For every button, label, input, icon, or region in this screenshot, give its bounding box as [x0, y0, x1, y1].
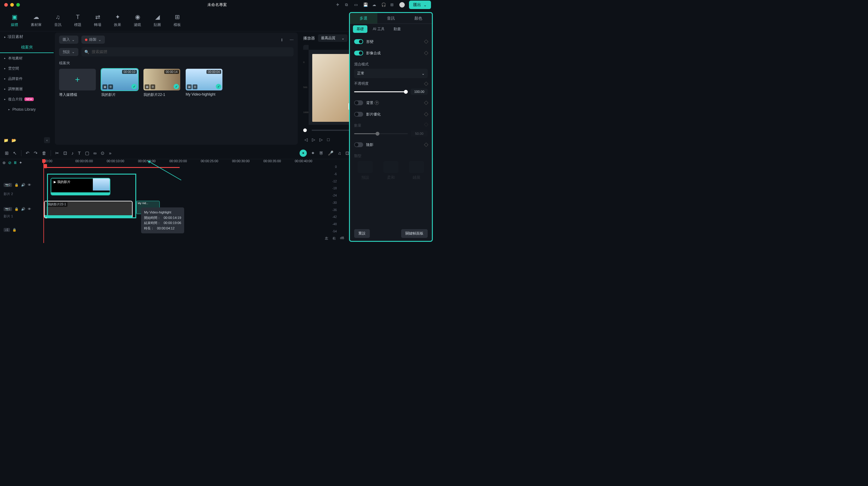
- nav-stock[interactable]: ☁素材庫: [31, 13, 41, 27]
- send-icon[interactable]: ✈: [336, 2, 341, 7]
- optimize-toggle[interactable]: [354, 112, 363, 117]
- keyframe-panel-button[interactable]: 關鍵幀面板: [401, 229, 428, 238]
- visibility-icon[interactable]: 👁: [28, 183, 31, 187]
- preset-dropdown[interactable]: 預設⌄: [59, 48, 79, 56]
- lock-icon[interactable]: 🔒: [12, 228, 17, 232]
- import-tile[interactable]: + 導入媒體檔: [59, 69, 96, 97]
- background-toggle[interactable]: [354, 100, 363, 105]
- sidebar-item-local[interactable]: 本地素材: [0, 53, 54, 63]
- keyframe-icon[interactable]: [424, 82, 428, 86]
- layers-icon[interactable]: ⧉: [345, 2, 350, 7]
- more-icon[interactable]: ⋯: [290, 37, 293, 42]
- redo-button[interactable]: ↷: [34, 150, 38, 156]
- lock-icon[interactable]: 🔒: [14, 207, 19, 211]
- prev-frame-button[interactable]: ◁: [304, 137, 308, 142]
- window-controls[interactable]: [0, 3, 20, 7]
- timeline-clip[interactable]: ▶我的影片: [51, 178, 110, 195]
- nav-templates[interactable]: ⊞模板: [174, 13, 181, 27]
- templates-icon[interactable]: ⊞: [5, 150, 9, 156]
- sidebar-item-photos[interactable]: Photos Library: [0, 104, 54, 115]
- nav-stickers[interactable]: ◢貼圖: [154, 13, 161, 27]
- shape-button[interactable]: ▢: [85, 150, 89, 156]
- music-add-icon[interactable]: ♫: [338, 150, 341, 156]
- monitor-icon[interactable]: ▭: [354, 2, 359, 7]
- undo-button[interactable]: ↶: [26, 150, 30, 156]
- seek-handle[interactable]: [303, 128, 307, 132]
- user-avatar[interactable]: [399, 2, 405, 7]
- quality-dropdown[interactable]: 最高品質⌄: [318, 34, 347, 42]
- tab-color[interactable]: 顏色: [404, 13, 432, 24]
- timeline-clip[interactable]: 我的影片22-1: [44, 201, 133, 218]
- keyframe-icon[interactable]: [424, 51, 428, 55]
- keyframe-icon[interactable]: [424, 101, 428, 105]
- nav-audio[interactable]: ♫音訊: [54, 13, 61, 27]
- playhead[interactable]: [43, 159, 44, 243]
- keyframe-icon[interactable]: [424, 112, 428, 116]
- save-icon[interactable]: 💾: [363, 2, 368, 7]
- nav-titles[interactable]: T標題: [74, 13, 82, 27]
- nav-filters[interactable]: ◉濾鏡: [134, 13, 141, 27]
- sidebar-item-cloud[interactable]: 雲空間: [0, 63, 54, 73]
- magnet-icon[interactable]: Ⅲ: [14, 160, 17, 165]
- link-icon[interactable]: ⊘: [8, 160, 11, 165]
- lock-icon[interactable]: 🔒: [14, 183, 19, 187]
- sidebar-item-brand[interactable]: 品牌套件: [0, 73, 54, 84]
- media-clip[interactable]: 00:00:04▦⚙✓ My Video-highlight: [186, 69, 222, 97]
- opacity-value[interactable]: 100.00: [411, 89, 428, 95]
- sidebar-tab-folders[interactable]: 檔案夾: [0, 42, 54, 53]
- sidebar-item-adjust[interactable]: 調整圖層: [0, 84, 54, 94]
- media-clip[interactable]: 00:00:10▦⚙✓ 我的影片: [101, 69, 138, 97]
- visibility-icon[interactable]: 👁: [28, 207, 31, 211]
- reset-button[interactable]: 重設: [354, 229, 370, 238]
- subtab-animation[interactable]: 動畫: [390, 25, 404, 33]
- filter-icon[interactable]: ⫿: [281, 37, 283, 42]
- shadow-toggle[interactable]: [354, 142, 363, 147]
- nav-effects[interactable]: ✦效果: [114, 13, 121, 27]
- mic-icon[interactable]: 🎤: [328, 150, 334, 156]
- cut-button[interactable]: ✂: [55, 150, 59, 156]
- search-input[interactable]: 🔍搜索媒體: [82, 47, 293, 56]
- delete-button[interactable]: 🗑: [42, 150, 46, 156]
- music-icon[interactable]: ♪: [71, 150, 74, 156]
- select-icon[interactable]: ↖: [13, 150, 17, 156]
- import-dropdown[interactable]: 匯入⌄: [59, 36, 79, 44]
- add-track-icon[interactable]: ⊕: [2, 160, 6, 165]
- composite-toggle[interactable]: [354, 51, 363, 56]
- play-all-button[interactable]: ▷: [319, 137, 323, 142]
- media-clip[interactable]: 00:00:14▦⚙✓ 我的影片22-1: [144, 69, 180, 97]
- more-tools-button[interactable]: »: [109, 150, 111, 156]
- export-button[interactable]: 匯出⌄: [409, 1, 431, 9]
- mute-icon[interactable]: 🔊: [21, 207, 25, 211]
- keyframe-icon[interactable]: [424, 143, 428, 147]
- tab-audio[interactable]: 音訊: [377, 13, 405, 24]
- minimize-icon[interactable]: [10, 3, 14, 7]
- sidebar-item-compound[interactable]: 復合片段NEW: [0, 94, 54, 104]
- snap-icon[interactable]: ✦: [19, 160, 22, 165]
- link-icon[interactable]: ∞: [93, 150, 97, 156]
- cloud-icon[interactable]: ☁: [372, 2, 377, 7]
- nav-transitions[interactable]: ⇄轉場: [94, 13, 101, 27]
- new-folder-icon[interactable]: 📁: [4, 138, 8, 143]
- close-icon[interactable]: [4, 3, 8, 7]
- keyframe-icon[interactable]: [424, 39, 428, 44]
- tab-multiselect[interactable]: 多選: [350, 13, 377, 24]
- mute-icon[interactable]: 🔊: [21, 183, 25, 187]
- folder-icon[interactable]: 📂: [11, 138, 16, 143]
- opacity-slider[interactable]: [354, 91, 408, 92]
- crop-button[interactable]: ⊡: [63, 150, 67, 156]
- blend-mode-dropdown[interactable]: 正常: [354, 69, 428, 78]
- transform-toggle[interactable]: [354, 39, 363, 44]
- subtab-ai[interactable]: AI 工具: [369, 25, 388, 33]
- text-tool-button[interactable]: T: [78, 150, 81, 156]
- track-header-audio1[interactable]: ♪1 🔒: [0, 225, 42, 235]
- maximize-icon[interactable]: [16, 3, 20, 7]
- sparkle-icon[interactable]: ✦: [311, 150, 315, 156]
- stop-button[interactable]: □: [327, 137, 330, 142]
- play-button[interactable]: ▷: [312, 137, 315, 142]
- help-icon[interactable]: ?: [375, 101, 379, 105]
- subtab-basic[interactable]: 基礎: [353, 25, 367, 33]
- speed-button[interactable]: ⊙: [101, 150, 104, 156]
- shield-icon[interactable]: ⛨: [319, 150, 324, 156]
- record-dropdown[interactable]: 錄製⌄: [82, 36, 105, 44]
- collapse-sidebar-button[interactable]: ‹: [44, 137, 50, 143]
